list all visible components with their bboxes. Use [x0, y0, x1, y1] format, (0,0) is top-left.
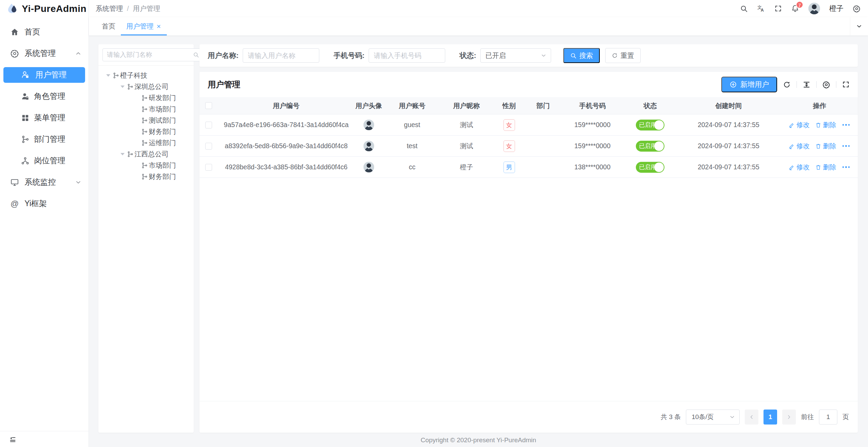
- sidebar-item-home[interactable]: 首页: [0, 21, 89, 43]
- search-button[interactable]: 搜索: [563, 48, 600, 63]
- column-header: 用户编号: [218, 101, 354, 110]
- tree-node[interactable]: 研发部门: [98, 92, 194, 104]
- density-icon[interactable]: [803, 81, 810, 89]
- pagination-total: 共 3 条: [661, 413, 681, 421]
- column-header: 创建时间: [676, 101, 781, 110]
- column-settings-gear-icon[interactable]: [822, 81, 830, 89]
- sidebar-item-label: 岗位管理: [34, 155, 65, 166]
- row-checkbox[interactable]: [205, 143, 212, 150]
- fullscreen-icon[interactable]: [774, 5, 782, 12]
- tree-node[interactable]: 深圳总公司: [98, 81, 194, 92]
- sidebar-item-label: 系统管理: [25, 48, 56, 59]
- tree-node[interactable]: 财务部门: [98, 171, 194, 182]
- refresh-table-icon[interactable]: [783, 81, 791, 89]
- sidebar-item-system[interactable]: 系统管理: [0, 43, 89, 64]
- footer: Copyright © 2020-present Yi-PureAdmin: [89, 433, 868, 447]
- username-input[interactable]: [243, 48, 319, 63]
- edit-pencil-icon: [789, 164, 795, 170]
- status-toggle[interactable]: 已启用: [636, 162, 664, 173]
- app-root: Yi-PureAdmin 首页 系统管理 用户管理: [0, 0, 868, 447]
- column-header: 手机号码: [560, 101, 625, 110]
- reset-button[interactable]: 重置: [605, 48, 641, 63]
- phone-input[interactable]: [369, 48, 445, 63]
- delete-button[interactable]: 删除: [815, 163, 836, 172]
- sidebar-item-posts[interactable]: 岗位管理: [0, 150, 89, 171]
- next-page-button[interactable]: [782, 410, 796, 425]
- row-checkbox[interactable]: [205, 122, 212, 128]
- tab-close-icon[interactable]: [156, 24, 161, 29]
- page-title: 用户管理: [208, 79, 240, 90]
- branch-icon: [141, 95, 148, 101]
- logo-drop-icon: [6, 3, 18, 15]
- table-row: 9a57a4e8-e196-663a-7841-3a14dd60f4ca gue…: [199, 114, 858, 136]
- collapse-sidebar-icon[interactable]: [9, 435, 16, 443]
- sidebar-item-framework[interactable]: @ Yi框架: [0, 193, 89, 214]
- sidebar-item-monitor[interactable]: 系统监控: [0, 171, 89, 193]
- sidebar-item-departments[interactable]: 部门管理: [0, 128, 89, 150]
- tab-menu-chevron-icon[interactable]: [850, 17, 868, 35]
- edit-pencil-icon: [789, 122, 795, 128]
- delete-button[interactable]: 删除: [815, 141, 836, 151]
- sidebar-item-users[interactable]: 用户管理: [3, 67, 85, 83]
- department-search-input[interactable]: [106, 51, 191, 59]
- tree-node[interactable]: 江西总公司: [98, 149, 194, 160]
- user-name[interactable]: 橙子: [829, 4, 843, 13]
- edit-button[interactable]: 修改: [789, 163, 810, 172]
- main-area: 系统管理 / 用户管理 7 橙子 首页: [89, 0, 868, 447]
- tree-node[interactable]: 运维部门: [98, 137, 194, 149]
- app-title: Yi-PureAdmin: [22, 3, 86, 14]
- notification-bell-icon[interactable]: 7: [791, 4, 799, 13]
- chevron-down-icon: [541, 52, 547, 59]
- username-label: 用户名称:: [208, 51, 239, 60]
- sidebar-item-label: 部门管理: [34, 134, 65, 144]
- settings-gear-icon[interactable]: [853, 5, 861, 13]
- branch-icon: [141, 162, 148, 169]
- edit-pencil-icon: [789, 143, 795, 149]
- caret-down-icon[interactable]: [104, 74, 113, 77]
- table-fullscreen-icon[interactable]: [842, 81, 850, 88]
- sidebar-item-menus[interactable]: 菜单管理: [0, 107, 89, 128]
- branch-icon: [141, 106, 148, 112]
- current-page-button[interactable]: 1: [763, 410, 777, 425]
- phone-label: 手机号码:: [334, 51, 365, 60]
- goto-page-input[interactable]: [819, 410, 837, 425]
- goto-label: 前往: [801, 413, 814, 421]
- add-user-button[interactable]: 新增用户: [721, 77, 777, 92]
- row-checkbox[interactable]: [205, 164, 212, 171]
- tab-users[interactable]: 用户管理: [121, 17, 167, 35]
- user-id: 4928be8d-3c34-a385-86bf-3a14dd60f4c6: [218, 163, 354, 171]
- tab-home[interactable]: 首页: [96, 17, 121, 35]
- prev-page-button[interactable]: [745, 410, 758, 425]
- more-actions-icon[interactable]: [842, 164, 851, 170]
- tree-node[interactable]: 橙子科技: [98, 70, 194, 81]
- user-avatar[interactable]: [808, 3, 820, 14]
- user-id: a8392efa-5ed8-6b56-9a9e-3a14dd60f4c8: [218, 142, 354, 150]
- edit-button[interactable]: 修改: [789, 141, 810, 151]
- breadcrumb: 系统管理 / 用户管理: [96, 4, 160, 13]
- delete-button[interactable]: 删除: [815, 120, 836, 129]
- tree-node[interactable]: 财务部门: [98, 126, 194, 137]
- caret-down-icon[interactable]: [118, 153, 127, 155]
- right-column: 用户名称: 手机号码: 状态: 已开启 搜索: [199, 44, 858, 433]
- status-select[interactable]: 已开启: [480, 48, 551, 63]
- select-all-checkbox[interactable]: [205, 102, 212, 109]
- created-time: 2024-09-07 14:37:55: [676, 163, 781, 171]
- status-toggle[interactable]: 已启用: [636, 120, 664, 130]
- tree-node[interactable]: 测试部门: [98, 115, 194, 126]
- search-icon[interactable]: [740, 5, 748, 13]
- tree-node[interactable]: 市场部门: [98, 160, 194, 171]
- translate-icon[interactable]: [757, 4, 765, 13]
- more-actions-icon[interactable]: [842, 143, 851, 149]
- breadcrumb-parent[interactable]: 系统管理: [96, 4, 123, 13]
- edit-button[interactable]: 修改: [789, 120, 810, 129]
- more-actions-icon[interactable]: [842, 122, 851, 128]
- tree-node[interactable]: 市场部门: [98, 104, 194, 115]
- sidebar-item-roles[interactable]: 角色管理: [0, 86, 89, 107]
- department-tree-panel: 橙子科技 深圳总公司 研发部门 市场部门: [98, 44, 194, 433]
- page-size-select[interactable]: 10条/页: [686, 410, 740, 425]
- status-toggle[interactable]: 已启用: [636, 141, 664, 152]
- caret-down-icon[interactable]: [118, 86, 127, 88]
- department-search-box: [102, 48, 203, 61]
- app-logo[interactable]: Yi-PureAdmin: [0, 0, 89, 18]
- user-nickname: 测试: [441, 141, 492, 151]
